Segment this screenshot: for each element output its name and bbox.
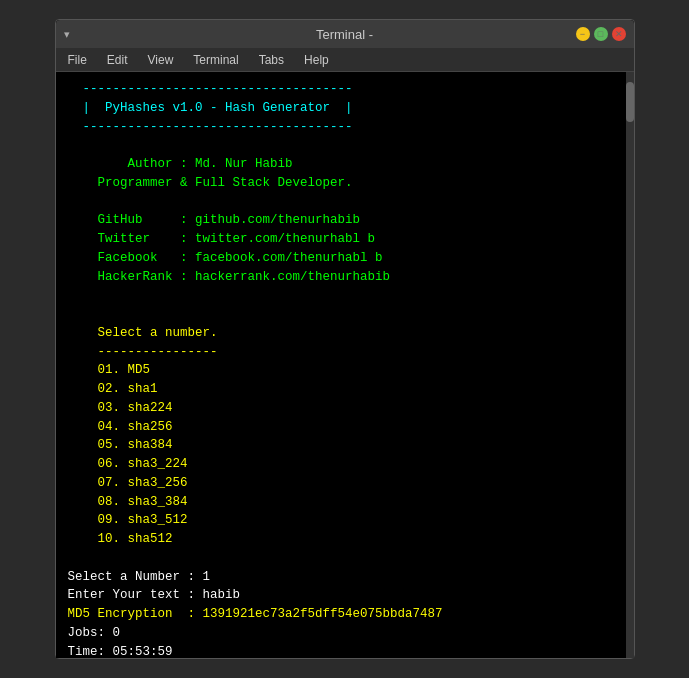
select-prompt: Select a number. bbox=[68, 324, 622, 343]
role-line: Programmer & Full Stack Developer. bbox=[68, 174, 622, 193]
empty-line-1 bbox=[68, 136, 622, 155]
menu-item-04: 04. sha256 bbox=[68, 418, 622, 437]
maximize-button[interactable]: □ bbox=[594, 27, 608, 41]
separator-top: ------------------------------------ bbox=[68, 80, 622, 99]
menu-item-10: 10. sha512 bbox=[68, 530, 622, 549]
md5-result: MD5 Encryption : 1391921ec73a2f5dff54e07… bbox=[68, 605, 622, 624]
jobs-line: Jobs: 0 bbox=[68, 624, 622, 643]
menu-item-03: 03. sha224 bbox=[68, 399, 622, 418]
author-line: Author : Md. Nur Habib bbox=[68, 155, 622, 174]
menu-help[interactable]: Help bbox=[300, 51, 333, 69]
menu-item-01: 01. MD5 bbox=[68, 361, 622, 380]
menu-terminal[interactable]: Terminal bbox=[189, 51, 242, 69]
select-number-result: Select a Number : 1 bbox=[68, 568, 622, 587]
scrollbar[interactable] bbox=[626, 72, 634, 658]
menu-edit[interactable]: Edit bbox=[103, 51, 132, 69]
menu-file[interactable]: File bbox=[64, 51, 91, 69]
menu-view[interactable]: View bbox=[144, 51, 178, 69]
menu-item-05: 05. sha384 bbox=[68, 436, 622, 455]
minimize-button[interactable]: − bbox=[576, 27, 590, 41]
menu-item-02: 02. sha1 bbox=[68, 380, 622, 399]
menu-item-06: 06. sha3_224 bbox=[68, 455, 622, 474]
window-controls: − □ ✕ bbox=[576, 27, 626, 41]
menu-item-09: 09. sha3_512 bbox=[68, 511, 622, 530]
enter-text-result: Enter Your text : habib bbox=[68, 586, 622, 605]
titlebar-left-controls: ▾ bbox=[64, 28, 70, 41]
terminal-body[interactable]: ------------------------------------ | P… bbox=[56, 72, 634, 658]
empty-line-3 bbox=[68, 286, 622, 305]
facebook-line: Facebook : facebook.com/thenurhabl b bbox=[68, 249, 622, 268]
window-title: Terminal - bbox=[316, 27, 373, 42]
github-line: GitHub : github.com/thenurhabib bbox=[68, 211, 622, 230]
close-button[interactable]: ✕ bbox=[612, 27, 626, 41]
menubar: File Edit View Terminal Tabs Help bbox=[56, 48, 634, 72]
hackerrank-line: HackerRank : hackerrank.com/thenurhabib bbox=[68, 268, 622, 287]
time-line: Time: 05:53:59 bbox=[68, 643, 622, 659]
app-title-line: | PyHashes v1.0 - Hash Generator | bbox=[68, 99, 622, 118]
empty-line-4 bbox=[68, 305, 622, 324]
empty-line-5 bbox=[68, 549, 622, 568]
chevron-down-icon: ▾ bbox=[64, 28, 70, 41]
terminal-window: ▾ Terminal - − □ ✕ File Edit View Termin… bbox=[55, 19, 635, 659]
menu-item-07: 07. sha3_256 bbox=[68, 474, 622, 493]
separator-mid: ------------------------------------ bbox=[68, 118, 622, 137]
empty-line-2 bbox=[68, 193, 622, 212]
menu-item-08: 08. sha3_384 bbox=[68, 493, 622, 512]
scrollbar-thumb[interactable] bbox=[626, 82, 634, 122]
titlebar: ▾ Terminal - − □ ✕ bbox=[56, 20, 634, 48]
menu-tabs[interactable]: Tabs bbox=[255, 51, 288, 69]
select-separator: ---------------- bbox=[68, 343, 622, 362]
twitter-line: Twitter : twitter.com/thenurhabl b bbox=[68, 230, 622, 249]
